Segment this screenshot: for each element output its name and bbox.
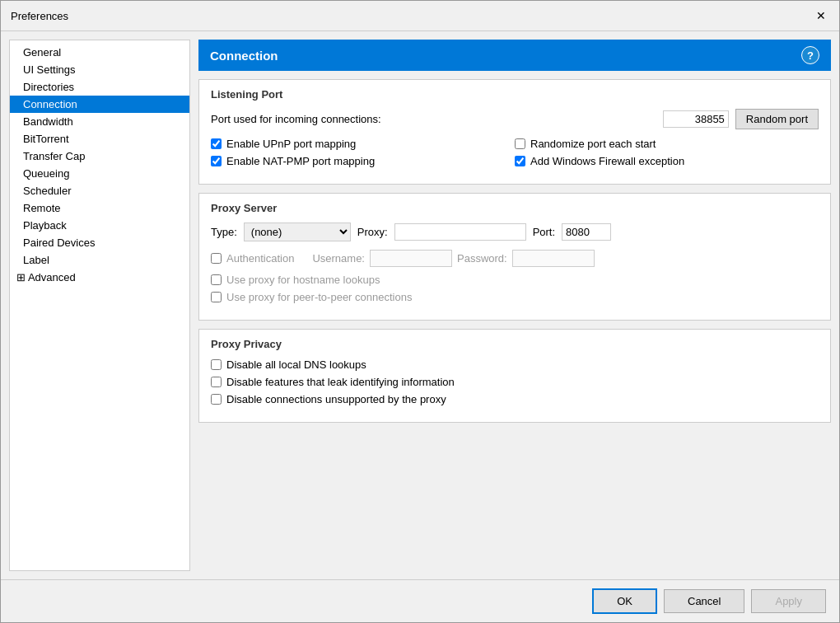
randomize-label: Randomize port each start	[530, 138, 656, 150]
proxy-port-input[interactable]	[562, 223, 611, 241]
port-label2: Port:	[533, 226, 555, 238]
listening-port-group: Listening Port Port used for incoming co…	[198, 79, 831, 185]
port-input[interactable]	[663, 110, 729, 128]
random-port-button[interactable]: Random port	[735, 109, 819, 129]
disable-dns-row: Disable all local DNS lookups	[211, 358, 819, 371]
disable-connections-row: Disable connections unsupported by the p…	[211, 393, 819, 405]
sidebar-item-general[interactable]: General	[10, 44, 189, 61]
proxy-privacy-group: Proxy Privacy Disable all local DNS look…	[198, 329, 831, 423]
hostname-checkbox[interactable]	[211, 274, 222, 285]
p2p-label: Use proxy for peer-to-peer connections	[226, 291, 412, 303]
proxy-server-title: Proxy Server	[211, 202, 819, 214]
footer: OK Cancel Apply	[1, 579, 839, 622]
proxy-type-row: Type: (none) HTTP SOCKS4 SOCKS5 Proxy: P…	[211, 222, 819, 241]
randomize-checkbox[interactable]	[515, 138, 525, 149]
apply-button[interactable]: Apply	[751, 589, 826, 613]
sidebar-item-connection[interactable]: Connection	[10, 96, 189, 113]
password-label: Password:	[457, 252, 507, 265]
proxy-server-group: Proxy Server Type: (none) HTTP SOCKS4 SO…	[198, 193, 831, 321]
close-button[interactable]: ✕	[813, 7, 829, 24]
nat-checkbox[interactable]	[211, 156, 222, 166]
username-input[interactable]	[370, 250, 452, 267]
sidebar-item-playback[interactable]: Playback	[10, 217, 189, 234]
dialog-body: General UI Settings Directories Connecti…	[1, 31, 839, 579]
main-content: Connection ? Listening Port Port used fo…	[190, 31, 839, 579]
listening-port-title: Listening Port	[211, 88, 819, 101]
nat-row: Enable NAT-PMP port mapping	[211, 155, 515, 167]
title-bar: Preferences ✕	[1, 1, 839, 31]
disable-connections-checkbox[interactable]	[211, 394, 222, 405]
disable-dns-label: Disable all local DNS lookups	[226, 358, 366, 371]
disable-features-label: Disable features that leak identifying i…	[226, 376, 455, 388]
right-checkboxes: Randomize port each start Add Windows Fi…	[515, 138, 819, 172]
type-select[interactable]: (none) HTTP SOCKS4 SOCKS5	[244, 222, 351, 241]
proxy-label: Proxy:	[357, 226, 388, 238]
preferences-dialog: Preferences ✕ General UI Settings Direct…	[0, 0, 840, 623]
help-button[interactable]: ?	[801, 46, 819, 64]
auth-checkbox[interactable]	[211, 253, 222, 264]
section-title: Connection	[210, 49, 278, 63]
sidebar-item-remote[interactable]: Remote	[10, 199, 189, 217]
sidebar-item-label[interactable]: Label	[10, 251, 189, 269]
randomize-row: Randomize port each start	[515, 138, 819, 150]
hostname-label2: Use proxy for hostname lookups	[226, 274, 380, 286]
hostname-lookups-row: Use proxy for hostname lookups	[211, 274, 819, 286]
firewall-row: Add Windows Firewall exception	[515, 155, 819, 167]
sidebar-item-advanced[interactable]: ⊞ Advanced	[10, 269, 189, 286]
dialog-title: Preferences	[11, 10, 68, 22]
peer-to-peer-row: Use proxy for peer-to-peer connections	[211, 291, 819, 303]
upnp-label: Enable UPnP port mapping	[226, 138, 356, 150]
sidebar-item-transfer-cap[interactable]: Transfer Cap	[10, 148, 189, 165]
cancel-button[interactable]: Cancel	[664, 589, 744, 613]
left-checkboxes: Enable UPnP port mapping Enable NAT-PMP …	[211, 138, 515, 172]
proxy-input[interactable]	[394, 223, 526, 241]
port-row: Port used for incoming connections: Rand…	[211, 109, 819, 129]
type-label: Type:	[211, 226, 237, 238]
disable-connections-label: Disable connections unsupported by the p…	[226, 393, 446, 405]
disable-features-row: Disable features that leak identifying i…	[211, 376, 819, 388]
sidebar-item-bittorrent[interactable]: BitTorrent	[10, 130, 189, 148]
nat-label: Enable NAT-PMP port mapping	[226, 155, 375, 167]
ok-button[interactable]: OK	[592, 588, 657, 614]
auth-label: Authentication	[226, 252, 294, 265]
sidebar-item-queueing[interactable]: Queueing	[10, 165, 189, 182]
username-label: Username:	[312, 252, 365, 265]
sidebar-item-ui-settings[interactable]: UI Settings	[10, 61, 189, 78]
section-header: Connection ?	[198, 40, 831, 71]
sidebar-item-directories[interactable]: Directories	[10, 78, 189, 96]
proxy-privacy-title: Proxy Privacy	[211, 338, 819, 350]
auth-row: Authentication Username: Password:	[211, 250, 819, 267]
firewall-checkbox[interactable]	[515, 156, 525, 166]
password-input[interactable]	[512, 250, 595, 267]
sidebar-item-paired-devices[interactable]: Paired Devices	[10, 234, 189, 251]
upnp-row: Enable UPnP port mapping	[211, 138, 515, 150]
disable-features-checkbox[interactable]	[211, 377, 222, 387]
disable-dns-checkbox[interactable]	[211, 359, 222, 370]
upnp-checkbox[interactable]	[211, 138, 222, 149]
firewall-label: Add Windows Firewall exception	[530, 155, 684, 167]
sidebar: General UI Settings Directories Connecti…	[9, 40, 190, 571]
sidebar-item-scheduler[interactable]: Scheduler	[10, 182, 189, 199]
p2p-checkbox[interactable]	[211, 292, 222, 302]
port-label: Port used for incoming connections:	[211, 113, 381, 125]
sidebar-item-bandwidth[interactable]: Bandwidth	[10, 113, 189, 130]
